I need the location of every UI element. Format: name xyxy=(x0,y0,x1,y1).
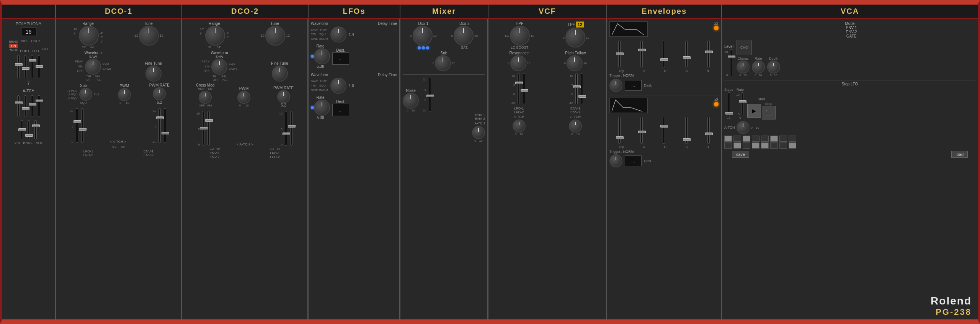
step-11[interactable] xyxy=(743,142,750,149)
vcf-atch2-knob[interactable] xyxy=(569,119,582,133)
bend-fader[interactable] xyxy=(17,55,20,78)
dco1-fader3[interactable] xyxy=(158,108,161,143)
dco2-crossmod-knob[interactable] xyxy=(199,91,212,104)
vib-fader[interactable] xyxy=(21,120,23,139)
atch-left-label: A-TCH xyxy=(23,89,34,93)
env2-dest-knob[interactable] xyxy=(609,154,622,167)
step-15[interactable] xyxy=(779,142,787,149)
atch-fader3[interactable] xyxy=(31,95,33,116)
mixer-atch-knob[interactable] xyxy=(472,126,485,139)
vol-fader[interactable] xyxy=(34,120,37,139)
dco2-fader2[interactable] xyxy=(207,111,210,146)
vcf-hpf-knob[interactable] xyxy=(510,26,530,46)
step-5[interactable] xyxy=(761,136,769,142)
step-13[interactable] xyxy=(761,142,769,149)
vca-level-fader[interactable] xyxy=(730,49,732,76)
dco1-range-knob[interactable] xyxy=(79,26,99,46)
step-3[interactable] xyxy=(743,136,750,142)
env1-dly-fader[interactable] xyxy=(618,41,621,67)
step-6[interactable] xyxy=(770,136,778,142)
vca-gate-option[interactable]: GATE xyxy=(727,34,975,38)
env1-a-fader[interactable] xyxy=(640,41,643,67)
whl-fader[interactable] xyxy=(24,55,26,78)
dco1-pwmrate-knob[interactable] xyxy=(153,87,166,100)
env2-s-fader[interactable] xyxy=(685,117,688,144)
filt-fader[interactable] xyxy=(38,55,40,78)
dco2-range-knob[interactable] xyxy=(205,26,225,46)
vcf-lpf-knob[interactable] xyxy=(565,28,585,47)
oscs-fader[interactable] xyxy=(31,55,33,78)
dco1-sub-knob[interactable] xyxy=(79,88,92,101)
lfo2-rate-knob[interactable] xyxy=(314,100,330,116)
step-16[interactable] xyxy=(789,142,796,149)
load-button[interactable]: load xyxy=(951,151,968,158)
save-button[interactable]: save xyxy=(732,151,749,158)
vcf-fader3[interactable] xyxy=(575,74,578,104)
env1-r-fader[interactable] xyxy=(707,41,710,67)
dco1-fader4[interactable] xyxy=(164,108,166,143)
dco1-waveform-knob[interactable] xyxy=(85,59,101,75)
start-button[interactable]: ▶ xyxy=(747,104,761,118)
env2-a-fader[interactable] xyxy=(640,117,643,144)
vca-env2-option[interactable]: ENV-2 xyxy=(727,30,975,34)
chorus-depth-knob[interactable] xyxy=(767,61,780,74)
dco2-fader1[interactable] xyxy=(202,111,204,146)
mixer-sub-knob[interactable] xyxy=(435,55,451,71)
vcf-fader1[interactable] xyxy=(518,74,520,104)
mixer-dco2-knob[interactable] xyxy=(454,26,474,46)
step-7[interactable] xyxy=(779,136,787,142)
step-12[interactable] xyxy=(752,142,760,149)
step-rate-label: Rate xyxy=(737,88,744,92)
step-14[interactable] xyxy=(770,142,778,149)
step-10[interactable] xyxy=(733,142,741,149)
vcf-resonance-knob[interactable] xyxy=(510,55,526,71)
steps-fader[interactable] xyxy=(728,92,730,115)
on-button[interactable]: ON xyxy=(9,44,18,48)
env2-d-fader[interactable] xyxy=(663,117,665,144)
step-1[interactable] xyxy=(724,136,732,142)
vcf-fader4[interactable] xyxy=(581,74,583,104)
atch-fader2[interactable] xyxy=(24,95,26,116)
env1-a-label: A xyxy=(643,69,645,73)
env1-dest-knob[interactable] xyxy=(609,79,622,92)
mixer-dco1-knob[interactable] xyxy=(413,26,433,46)
dco1-fader2[interactable] xyxy=(81,108,83,143)
lfo2-waveform-knob[interactable] xyxy=(330,78,346,94)
dco2-fader3[interactable] xyxy=(285,111,287,146)
dco2-pwmrate-knob[interactable] xyxy=(277,90,290,103)
env2-r-fader[interactable] xyxy=(707,117,710,144)
dco1-pwm-knob[interactable] xyxy=(118,88,131,101)
atch-fader1[interactable] xyxy=(17,95,20,116)
dco2-finetune-knob[interactable] xyxy=(272,65,288,82)
brill-fader[interactable] xyxy=(28,120,30,139)
step-4[interactable] xyxy=(752,136,760,142)
lfo1-rate-knob[interactable] xyxy=(314,48,330,64)
dco1-tune-knob[interactable] xyxy=(139,26,159,46)
chorus-knob[interactable] xyxy=(737,61,750,74)
step-8[interactable] xyxy=(789,136,796,142)
dco2-pwm-knob[interactable] xyxy=(237,91,250,104)
dco2-tune-knob[interactable] xyxy=(265,26,285,46)
atch-fader4[interactable] xyxy=(38,95,40,116)
env2-dly-fader[interactable] xyxy=(618,117,621,144)
vcf-atch1-knob[interactable] xyxy=(513,119,526,133)
dco2-fader4[interactable] xyxy=(290,111,292,146)
vca-atch-knob[interactable] xyxy=(737,121,750,134)
vca-env1-option[interactable]: ENV-1 xyxy=(727,26,975,30)
dco2-waveform-knob[interactable] xyxy=(211,59,227,75)
step-9[interactable] xyxy=(724,142,732,149)
step-rate-fader[interactable] xyxy=(741,92,743,115)
mixer-noise-knob[interactable] xyxy=(403,93,419,109)
env1-d-fader[interactable] xyxy=(663,41,665,67)
stop-button[interactable]: ⬛ xyxy=(762,106,776,119)
lfo1-waveform-knob[interactable] xyxy=(330,26,346,43)
mixer-noise-fader[interactable] xyxy=(429,77,431,111)
step-2[interactable] xyxy=(733,136,741,142)
dco1-finetune-label: Fine Tune xyxy=(145,61,162,65)
dco1-fader1[interactable] xyxy=(76,108,78,143)
chorus-rate-knob[interactable] xyxy=(752,61,765,74)
dco1-finetune-knob[interactable] xyxy=(145,65,162,82)
env1-s-fader[interactable] xyxy=(685,41,688,67)
vcf-fader2[interactable] xyxy=(523,74,525,104)
vcf-pitchfollow-knob[interactable] xyxy=(567,55,583,71)
